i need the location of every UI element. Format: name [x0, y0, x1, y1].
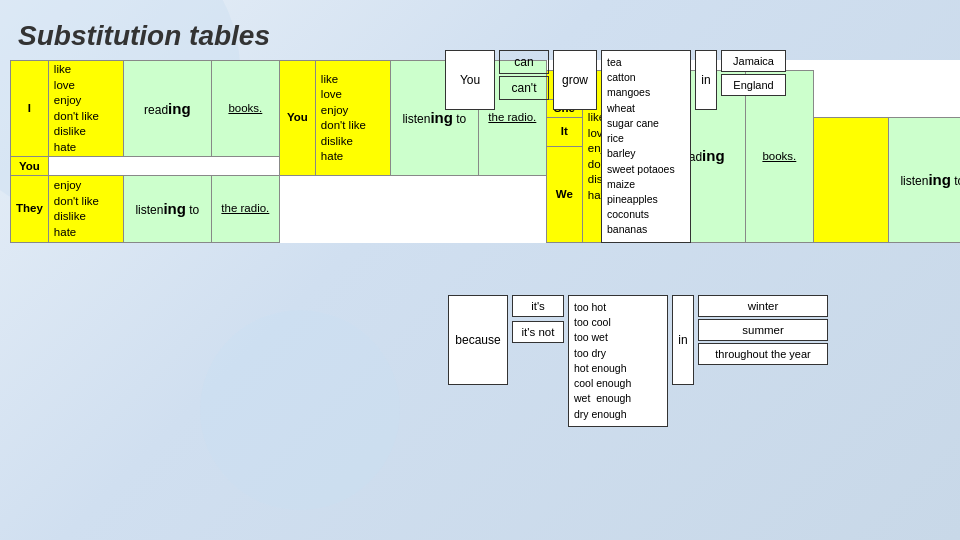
- box-its-not: it's not: [512, 321, 564, 343]
- box-winter: winter: [698, 295, 828, 317]
- its-group: it's it's not: [512, 295, 564, 343]
- box-throughout: throughout the year: [698, 343, 828, 365]
- verb-group-They: enjoydon't likedislikehate: [48, 176, 123, 243]
- obj-books-1: books.: [211, 61, 279, 157]
- country-group: Jamaica England: [721, 50, 786, 96]
- verb-group-I: likeloveenjoydon't likedislikehate: [48, 61, 123, 157]
- box-you: You: [445, 50, 495, 110]
- right-top-table: You can can't grow teacattonmangoeswheat…: [445, 50, 786, 243]
- gerund-read-1: reading: [123, 61, 211, 157]
- right-bottom-table: because it's it's not too hottoo cooltoo…: [448, 295, 828, 427]
- verb-group-You-1: likeloveenjoydon't likedislikehate: [315, 61, 390, 176]
- can-cant-group: can can't: [499, 50, 549, 102]
- box-in-top: in: [695, 50, 717, 110]
- subject-I-cell: I: [11, 61, 49, 157]
- seasons-group: winter summer throughout the year: [698, 295, 828, 365]
- box-jamaica: Jamaica: [721, 50, 786, 72]
- gerund-listen-2: listening to: [888, 118, 960, 243]
- box-summer: summer: [698, 319, 828, 341]
- box-because: because: [448, 295, 508, 385]
- box-crops: teacattonmangoeswheatsugar canericebarle…: [601, 50, 691, 243]
- box-grow: grow: [553, 50, 597, 110]
- gerund-listen-3: listening to: [123, 176, 211, 243]
- subject-They: They: [11, 176, 49, 243]
- box-can: can: [499, 50, 549, 74]
- box-in-bottom: in: [672, 295, 694, 385]
- box-cant: can't: [499, 76, 549, 100]
- verb-group-It: [813, 118, 888, 243]
- subject-You-1: You: [279, 61, 315, 176]
- obj-radio-3: the radio.: [211, 176, 279, 243]
- page-title: Substitution tables: [18, 20, 270, 52]
- subject-You-2: You: [11, 157, 49, 176]
- box-its: it's: [512, 295, 564, 317]
- box-england: England: [721, 74, 786, 96]
- box-conditions: too hottoo cooltoo wettoo dryhot enoughc…: [568, 295, 668, 427]
